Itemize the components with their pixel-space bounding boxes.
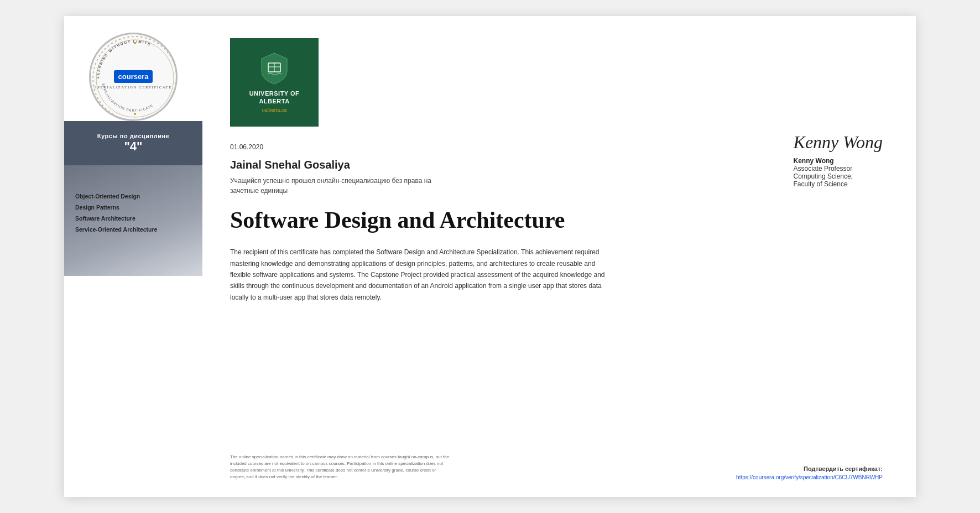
verify-link[interactable]: https://coursera.org/verify/specializati… <box>736 474 883 480</box>
instructor-title3: Faculty of Science <box>794 180 883 188</box>
main-content: UNIVERSITY OF ALBERTA ualberta.ca 01.06.… <box>202 16 916 497</box>
certificate-subtitle: Учащийся успешно прошел онлайн-специализ… <box>230 176 883 196</box>
subtitle-line2: зачетные единицы <box>230 187 288 195</box>
disclaimer-text: The online specialization named in this … <box>230 454 451 480</box>
coursera-badge: LEARNING WITHOUT LIMITS · SPECIALIZATION… <box>89 33 178 121</box>
coursera-logo: coursera <box>114 70 153 83</box>
sidebar-discipline-block: Курсы по дисциплине "4" <box>64 121 202 165</box>
sidebar-course-item: Software Architecture <box>75 215 191 222</box>
bottom-section: The online specialization named in this … <box>230 454 883 480</box>
sidebar-course-item: Object-Oriented Design <box>75 193 191 200</box>
instructor-title2: Computing Science, <box>794 172 883 180</box>
verify-section: Подтвердить сертификат: https://coursera… <box>736 465 883 480</box>
top-section: UNIVERSITY OF ALBERTA ualberta.ca <box>230 38 883 127</box>
university-shield <box>260 52 288 85</box>
university-logo: UNIVERSITY OF ALBERTA ualberta.ca <box>230 38 319 127</box>
sidebar: LEARNING WITHOUT LIMITS · SPECIALIZATION… <box>64 16 202 497</box>
badge-subtitle: SPECIALIZATION CERTIFICATE <box>95 85 172 90</box>
sidebar-course-item: Service-Oriented Architecture <box>75 226 191 233</box>
verify-label: Подтвердить сертификат: <box>736 465 883 472</box>
sidebar-course-item: Design Patterns <box>75 204 191 211</box>
discipline-label: Курсы по дисциплине <box>97 133 169 139</box>
certificate-date: 01.06.2020 <box>230 143 883 151</box>
instructor-section: Kenny Wong Kenny Wong Associate Professo… <box>794 132 883 188</box>
certificate-body: 01.06.2020 Jainal Snehal Gosaliya Учащий… <box>230 143 883 454</box>
university-url: ualberta.ca <box>262 107 287 113</box>
instructor-name: Kenny Wong <box>794 157 883 165</box>
certificate-container: LEARNING WITHOUT LIMITS · SPECIALIZATION… <box>64 16 916 497</box>
instructor-title1: Associate Professor <box>794 165 883 172</box>
student-name: Jainal Snehal Gosaliya <box>230 159 883 171</box>
discipline-number: "4" <box>124 139 142 154</box>
university-name: UNIVERSITY OF ALBERTA <box>236 90 313 106</box>
subtitle-line1: Учащийся успешно прошел онлайн-специализ… <box>230 177 431 185</box>
course-title: Software Design and Architecture <box>230 207 883 233</box>
certificate-description: The recipient of this certificate has co… <box>230 247 617 303</box>
instructor-signature: Kenny Wong <box>794 132 883 153</box>
badge-inner: coursera SPECIALIZATION CERTIFICATE <box>91 34 176 119</box>
course-list: Object-Oriented DesignDesign PatternsSof… <box>75 193 191 237</box>
